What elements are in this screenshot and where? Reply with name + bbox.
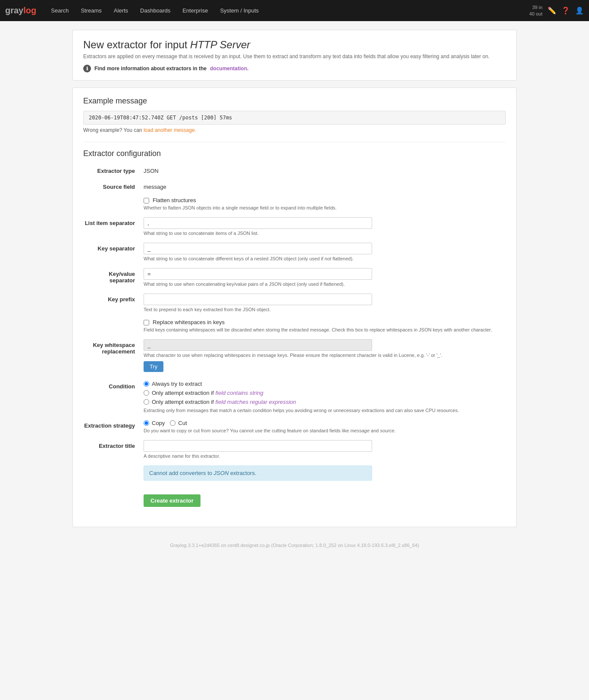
page-header: New extractor for input HTTP Server Extr… (72, 30, 517, 81)
extractor-title-input[interactable] (144, 440, 372, 452)
create-button-row: Create extractor (83, 494, 506, 507)
converters-alert: Cannot add converters to JSON extractors… (144, 466, 372, 481)
key-separator-row: Key separator What string to use to conc… (83, 243, 506, 261)
strategy-copy-option: Copy (144, 420, 165, 426)
condition-hint: Extracting only from messages that match… (144, 408, 506, 413)
user-icon[interactable]: 👤 (575, 6, 584, 15)
flatten-hint: Whether to flatten JSON objects into a s… (144, 205, 506, 210)
title-prefix: New extractor for input (83, 39, 190, 50)
extraction-strategy-hint: Do you want to copy or cut from source? … (144, 428, 506, 433)
replace-whitespace-checkbox-row: Replace whitespaces in keys (144, 319, 506, 325)
converters-label-spacer (83, 466, 144, 468)
kv-separator-label: Key/value separator (83, 268, 144, 284)
strategy-cut-radio[interactable] (170, 420, 175, 426)
key-whitespace-input[interactable] (144, 339, 372, 351)
nav-dashboards[interactable]: Dashboards (134, 0, 176, 21)
condition-contains: Only attempt extraction if field contain… (144, 390, 506, 396)
key-prefix-row: Key prefix Text to prepend to each key e… (83, 294, 506, 312)
extractor-title-label: Extractor title (83, 440, 144, 449)
condition-always: Always try to extract (144, 381, 506, 387)
title-italic: HTTP Server (190, 39, 250, 50)
info-box: ℹ Find more information about extractors… (83, 65, 506, 72)
list-separator-label: List item separator (83, 217, 144, 226)
extractor-title-hint: A descriptive name for this extractor. (144, 453, 506, 459)
source-field-label: Source field (83, 181, 144, 190)
condition-contains-radio[interactable] (144, 390, 149, 396)
example-message-title: Example message (83, 97, 506, 106)
create-label-spacer (83, 494, 144, 497)
replace-whitespace-checkbox-label[interactable]: Replace whitespaces in keys (153, 319, 225, 325)
flatten-checkbox[interactable] (144, 198, 149, 203)
nav-enterprise[interactable]: Enterprise (176, 0, 214, 21)
nav-counter: 39 in 40 out (529, 4, 542, 17)
replace-whitespace-row: Replace whitespaces in keys Field keys c… (83, 319, 506, 332)
navbar: graylog Search Streams Alerts Dashboards… (0, 0, 589, 21)
key-whitespace-row: Key whitespace replacement What characte… (83, 339, 506, 374)
nav-right: 39 in 40 out ✏️ ❓ 👤 (529, 4, 584, 17)
condition-always-radio[interactable] (144, 381, 149, 387)
help-icon[interactable]: ❓ (561, 6, 570, 15)
condition-label: Condition (83, 381, 144, 390)
extractor-type-row: Extractor type JSON (83, 165, 506, 174)
main-card: Example message 2020-06-19T08:47:52.740Z… (72, 88, 517, 527)
key-separator-label: Key separator (83, 243, 144, 252)
key-whitespace-label: Key whitespace replacement (83, 339, 144, 355)
try-button[interactable]: Try (144, 361, 163, 372)
key-prefix-input[interactable] (144, 294, 372, 305)
key-whitespace-hint: What character to use when replacing whi… (144, 353, 506, 358)
replace-whitespace-checkbox[interactable] (144, 320, 149, 325)
counter-out: 40 out (529, 11, 542, 17)
strategy-copy-radio[interactable] (144, 420, 149, 426)
key-prefix-hint: Text to prepend to each key extracted fr… (144, 307, 506, 312)
edit-icon[interactable]: ✏️ (548, 6, 556, 15)
strategy-copy-label: Copy (152, 420, 165, 426)
extraction-strategy-label: Extraction strategy (83, 420, 144, 429)
brand-logo: graylog (5, 6, 36, 16)
nav-search[interactable]: Search (45, 0, 75, 21)
create-extractor-button[interactable]: Create extractor (144, 494, 201, 507)
counter-in: 39 in (532, 4, 542, 10)
extractor-type-value: JSON (144, 165, 506, 174)
logo-log: log (23, 6, 36, 16)
condition-always-label: Always try to extract (152, 381, 202, 387)
info-text: Find more information about extractors i… (94, 66, 207, 72)
condition-regex-radio[interactable] (144, 399, 149, 405)
nav-links: Search Streams Alerts Dashboards Enterpr… (45, 0, 265, 21)
condition-row: Condition Always try to extract Only att… (83, 381, 506, 413)
flatten-checkbox-row: Flatten structures (144, 197, 506, 203)
list-separator-input[interactable] (144, 217, 372, 229)
condition-regex: Only attempt extraction if field matches… (144, 399, 506, 405)
condition-regex-label: Only attempt extraction if field matches… (152, 399, 296, 405)
replace-whitespace-label-spacer (83, 319, 144, 322)
key-separator-input[interactable] (144, 243, 372, 254)
footer-text: Graylog 3.3.1+e2d4365 on cent8.designet.… (170, 543, 419, 548)
list-separator-hint: What string to use to concatenate items … (144, 231, 506, 236)
list-separator-row: List item separator What string to use t… (83, 217, 506, 236)
kv-separator-input[interactable] (144, 268, 372, 280)
flatten-label-spacer (83, 197, 144, 200)
strategy-cut-label: Cut (178, 420, 187, 426)
converters-row: Cannot add converters to JSON extractors… (83, 466, 506, 487)
flatten-row: Flatten structures Whether to flatten JS… (83, 197, 506, 210)
load-another-link[interactable]: load another message. (144, 127, 196, 133)
nav-streams[interactable]: Streams (75, 0, 107, 21)
condition-contains-label: Only attempt extraction if field contain… (152, 390, 263, 396)
extraction-strategy-row: Extraction strategy Copy Cut Do you want… (83, 420, 506, 433)
strategy-cut-option: Cut (170, 420, 187, 426)
converters-alert-text: Cannot add converters to JSON extractors… (149, 470, 257, 476)
extractor-type-label: Extractor type (83, 165, 144, 174)
documentation-link[interactable]: documentation. (210, 66, 248, 72)
page-title: New extractor for input HTTP Server (83, 39, 506, 51)
extractor-title-row: Extractor title A descriptive name for t… (83, 440, 506, 459)
nav-alerts[interactable]: Alerts (108, 0, 134, 21)
source-field-row: Source field message (83, 181, 506, 190)
nav-system-inputs[interactable]: System / Inputs (214, 0, 265, 21)
page-subtitle: Extractors are applied on every message … (83, 53, 506, 59)
extractor-config-title: Extractor configuration (83, 149, 506, 158)
example-message-text: 2020-06-19T08:47:52.740Z GET /posts [200… (89, 115, 232, 121)
key-prefix-label: Key prefix (83, 294, 144, 303)
kv-separator-hint: What string to use when concatenating ke… (144, 281, 506, 287)
page-content: New extractor for input HTTP Server Extr… (66, 21, 523, 536)
wrong-example-text: Wrong example? You can load another mess… (83, 127, 506, 133)
flatten-checkbox-label[interactable]: Flatten structures (153, 197, 196, 203)
